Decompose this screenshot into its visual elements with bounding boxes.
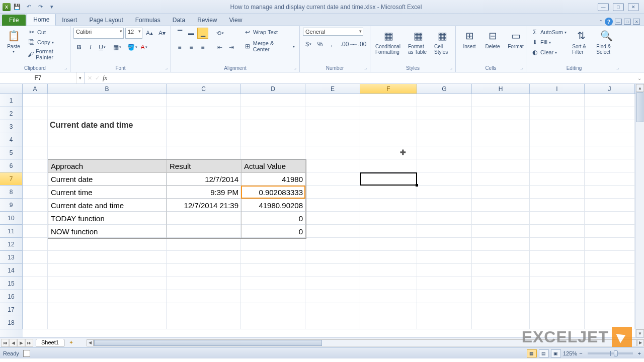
page-break-view-button[interactable]: ▣	[551, 349, 561, 357]
macro-record-icon[interactable]	[23, 350, 30, 357]
minimize-ribbon-icon[interactable]: ⌃	[599, 19, 603, 25]
col-header-C[interactable]: C	[167, 84, 241, 94]
expand-formula-bar[interactable]: ⌄	[635, 72, 644, 83]
sheet-tab-sheet1[interactable]: Sheet1	[36, 339, 64, 346]
last-sheet-button[interactable]: ⏭	[25, 339, 33, 347]
cell-C11[interactable]	[167, 225, 242, 238]
increase-font-button[interactable]: A▴	[144, 28, 155, 39]
col-header-E[interactable]: E	[305, 84, 360, 94]
col-header-G[interactable]: G	[417, 84, 472, 94]
bold-button[interactable]: B	[73, 42, 85, 53]
select-all-corner[interactable]	[0, 84, 23, 94]
paste-button[interactable]: 📋 Paste ▾	[3, 28, 24, 55]
italic-button[interactable]: I	[85, 42, 96, 53]
col-header-D[interactable]: D	[241, 84, 305, 94]
name-box-dropdown[interactable]: ▾	[76, 72, 84, 83]
underline-button[interactable]: U	[97, 42, 108, 53]
next-sheet-button[interactable]: ▶	[17, 339, 25, 347]
vscroll-thumb[interactable]	[636, 92, 643, 122]
scroll-down-button[interactable]: ▼	[636, 329, 644, 337]
row-header-10[interactable]: 10	[0, 212, 23, 225]
cell-D10[interactable]: 0	[242, 212, 306, 225]
cell-B3-title[interactable]: Current date and time	[50, 121, 133, 130]
col-header-H[interactable]: H	[472, 84, 530, 94]
tab-home[interactable]: Home	[27, 14, 56, 26]
align-right-button[interactable]: ≡	[197, 42, 208, 53]
name-box[interactable]: F7	[0, 72, 76, 83]
find-select-button[interactable]: 🔍Find & Select	[594, 28, 619, 56]
zoom-out-button[interactable]: −	[579, 350, 582, 356]
workbook-minimize[interactable]: —	[615, 19, 622, 25]
row-header-9[interactable]: 9	[0, 199, 23, 212]
page-layout-view-button[interactable]: ▤	[539, 349, 549, 357]
decrease-indent-button[interactable]: ⇤	[214, 42, 225, 53]
worksheet-grid[interactable]: A B C D E F G H I J 1 2 3 4 5 6 7 8 9 10…	[0, 84, 644, 337]
cell-B8[interactable]: Current time	[48, 186, 167, 199]
first-sheet-button[interactable]: ⏮	[1, 339, 9, 347]
header-approach[interactable]: Approach	[48, 160, 167, 173]
row-header-8[interactable]: 8	[0, 186, 23, 199]
align-left-button[interactable]: ≡	[174, 42, 185, 53]
col-header-I[interactable]: I	[530, 84, 585, 94]
col-header-J[interactable]: J	[585, 84, 635, 94]
number-format-select[interactable]: General	[303, 28, 363, 36]
formula-input[interactable]	[110, 72, 635, 83]
sort-filter-button[interactable]: ⇅Sort & Filter	[570, 28, 592, 56]
close-button[interactable]: ✕	[628, 3, 639, 11]
hscroll-thumb[interactable]	[94, 340, 322, 346]
fill-color-button[interactable]: 🪣	[127, 42, 138, 53]
normal-view-button[interactable]: ▦	[527, 349, 537, 357]
save-button[interactable]: 💾	[12, 2, 22, 12]
tab-page-layout[interactable]: Page Layout	[83, 15, 129, 26]
hscroll-right-button[interactable]: ▶	[637, 339, 644, 346]
cell-C9[interactable]: 12/7/2014 21:39	[167, 199, 242, 212]
insert-cells-button[interactable]: ⊞Insert	[459, 28, 480, 50]
delete-cells-button[interactable]: ⊟Delete	[482, 28, 503, 50]
qat-customize[interactable]: ▾	[47, 2, 57, 12]
align-top-button[interactable]: ▔	[174, 28, 185, 39]
row-header-2[interactable]: 2	[0, 107, 23, 120]
row-header-3[interactable]: 3	[0, 120, 23, 133]
workbook-close[interactable]: ✕	[633, 19, 640, 25]
new-sheet-button[interactable]: ✦	[66, 339, 76, 346]
cell-C10[interactable]	[167, 212, 242, 225]
row-header-12[interactable]: 12	[0, 238, 23, 251]
hscroll-left-button[interactable]: ◀	[87, 339, 94, 346]
minimize-button[interactable]: —	[598, 3, 609, 11]
row-header-18[interactable]: 18	[0, 316, 23, 329]
font-size-select[interactable]: 12	[125, 28, 142, 39]
col-header-F[interactable]: F	[360, 84, 417, 94]
row-header-5[interactable]: 5	[0, 146, 23, 159]
align-center-button[interactable]: ≡	[186, 42, 197, 53]
row-header-6[interactable]: 6	[0, 159, 23, 172]
redo-button[interactable]: ↷	[35, 2, 45, 12]
tab-review[interactable]: Review	[191, 15, 223, 26]
format-cells-button[interactable]: ▭Format	[505, 28, 526, 50]
comma-button[interactable]: ,	[326, 39, 337, 50]
tab-formulas[interactable]: Formulas	[129, 15, 167, 26]
header-result[interactable]: Result	[167, 160, 242, 173]
tab-insert[interactable]: Insert	[56, 15, 83, 26]
undo-button[interactable]: ↶	[24, 2, 34, 12]
fill-button[interactable]: ⬇Fill▾	[529, 38, 568, 47]
cell-D7[interactable]: 41980	[242, 173, 306, 186]
tab-data[interactable]: Data	[167, 15, 191, 26]
border-button[interactable]: ▦	[112, 42, 123, 53]
cell-D11[interactable]: 0	[242, 225, 306, 238]
cell-B7[interactable]: Current date	[48, 173, 167, 186]
fx-icon[interactable]: fx	[103, 74, 107, 82]
row-header-11[interactable]: 11	[0, 225, 23, 238]
row-header-1[interactable]: 1	[0, 94, 23, 107]
font-color-button[interactable]: A	[138, 42, 149, 53]
row-header-15[interactable]: 15	[0, 277, 23, 290]
autosum-button[interactable]: ΣAutoSum▾	[529, 28, 568, 37]
orientation-button[interactable]: ⟲	[214, 28, 225, 39]
tab-file[interactable]: File	[2, 15, 26, 26]
zoom-slider[interactable]	[588, 352, 633, 354]
decrease-font-button[interactable]: A▾	[156, 28, 168, 39]
cell-C8[interactable]: 9:39 PM	[167, 186, 242, 199]
accounting-button[interactable]: $	[303, 39, 314, 50]
row-header-7[interactable]: 7	[0, 172, 23, 186]
zoom-slider-thumb[interactable]	[614, 350, 618, 356]
decrease-decimal-button[interactable]: ←.00	[354, 39, 365, 50]
